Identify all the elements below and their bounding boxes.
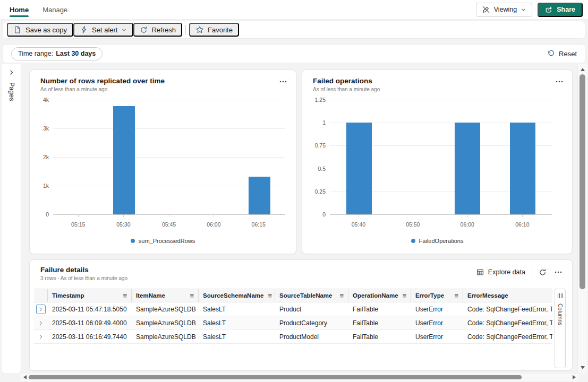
- column-header-itemname[interactable]: ItemName≡: [132, 289, 199, 302]
- table-more-options-icon[interactable]: [553, 268, 564, 276]
- scroll-left-arrow[interactable]: [23, 375, 27, 379]
- table-cell: Code: SqlChangeFeedError, Type:: [463, 333, 552, 341]
- column-menu-icon[interactable]: ≡: [335, 292, 344, 300]
- row-expander-button[interactable]: [36, 318, 46, 328]
- column-menu-icon[interactable]: ≡: [263, 292, 272, 300]
- more-options-icon[interactable]: [278, 77, 288, 86]
- undo-icon: [547, 50, 555, 58]
- table-row[interactable]: 2025-03-11 06:16:49.7440SampleAzureSQLDB…: [34, 330, 552, 344]
- explore-data-label: Explore data: [488, 268, 525, 276]
- column-header-operationname[interactable]: OperationName≡: [348, 289, 411, 302]
- alert-bolt-icon: [80, 25, 88, 34]
- actions-divider: [532, 267, 532, 277]
- column-label: SourceSchemaName: [203, 292, 263, 299]
- table-row[interactable]: 2025-03-11 06:09:49.4000SampleAzureSQLDB…: [34, 316, 552, 330]
- time-range-value: Last 30 days: [56, 50, 96, 57]
- tab-home[interactable]: Home: [10, 0, 29, 19]
- y-tick-label: 1k: [30, 183, 49, 189]
- explore-data-icon: [476, 268, 484, 276]
- x-tick-label: 05:30: [116, 221, 130, 228]
- x-tickmark: [522, 215, 523, 217]
- y-tick-label: 4k: [30, 97, 49, 103]
- time-range-prefix: Time range:: [18, 50, 53, 57]
- table-cell: SalesLT: [199, 333, 275, 341]
- set-alert-button[interactable]: Set alert: [73, 23, 133, 37]
- table-cell: ProductModel: [275, 333, 348, 341]
- x-tick-label: 05:45: [162, 221, 176, 228]
- refresh-button[interactable]: Refresh: [133, 23, 182, 37]
- pages-rail[interactable]: Pages: [2, 64, 21, 373]
- more-options-icon[interactable]: [554, 77, 565, 86]
- table-cell: Product: [275, 306, 348, 313]
- share-icon: [545, 6, 553, 14]
- chart-bar[interactable]: [510, 123, 535, 214]
- chart-bar[interactable]: [249, 177, 270, 214]
- x-axis: 05:1505:3005:4506:0006:15: [53, 214, 285, 231]
- viewing-dropdown[interactable]: Viewing: [476, 3, 533, 17]
- table-row[interactable]: 2025-03-11 05:47:18.5050SampleAzureSQLDB…: [34, 302, 552, 316]
- column-menu-icon[interactable]: ≡: [450, 292, 458, 300]
- time-range-pill[interactable]: Time range: Last 30 days: [11, 47, 103, 60]
- table-subtitle: 3 rows - As of less than a minute ago: [40, 275, 127, 281]
- command-toolbar: Save as copy Set alert Refresh Favorite: [2, 21, 586, 39]
- chart-subtitle: As of less than a minute ago: [30, 85, 296, 92]
- gridline: [53, 128, 285, 129]
- table-cell: 2025-03-11 05:47:18.5050: [48, 306, 132, 313]
- x-tick-label: 05:50: [406, 221, 420, 228]
- chart-bar[interactable]: [113, 106, 135, 214]
- vertical-scrollbar-thumb[interactable]: [580, 74, 585, 289]
- chevron-down-icon: [121, 27, 127, 33]
- reset-label: Reset: [559, 50, 577, 58]
- table-cell: SalesLT: [199, 306, 275, 313]
- viewing-label: Viewing: [494, 6, 517, 13]
- column-label: SourceTableName: [279, 292, 333, 299]
- tab-home-label: Home: [10, 6, 29, 14]
- scroll-up-arrow[interactable]: [581, 68, 585, 71]
- chart-bar[interactable]: [455, 123, 480, 214]
- explore-data-button[interactable]: Explore data: [476, 268, 525, 276]
- gridline: [330, 100, 552, 100]
- table-refresh-button[interactable]: [539, 268, 547, 276]
- column-menu-icon[interactable]: ≡: [118, 292, 127, 300]
- chart-card-rows-replicated: Number of rows replicated over time As o…: [29, 70, 296, 254]
- table-cell: UserError: [411, 306, 463, 313]
- scroll-right-arrow[interactable]: [573, 375, 576, 379]
- column-label: Timestamp: [52, 292, 84, 299]
- y-tick-label: 2k: [30, 154, 49, 160]
- column-header-sourceschemaname[interactable]: SourceSchemaName≡: [199, 289, 275, 302]
- chevron-right-icon[interactable]: [8, 69, 15, 76]
- favorite-button[interactable]: Favorite: [189, 23, 239, 37]
- reset-button[interactable]: Reset: [547, 50, 577, 58]
- columns-panel-toggle[interactable]: Columns: [555, 289, 566, 368]
- chart-bar[interactable]: [346, 123, 372, 214]
- share-label: Share: [557, 6, 575, 13]
- refresh-icon: [140, 26, 148, 34]
- y-tick-label: 0.75: [302, 142, 326, 149]
- column-header-timestamp[interactable]: Timestamp≡: [48, 289, 132, 302]
- column-header-errortype[interactable]: ErrorType≡: [411, 289, 463, 302]
- nav-tabs: Home Manage: [10, 0, 67, 19]
- save-as-copy-button[interactable]: Save as copy: [7, 23, 73, 37]
- row-expander-button[interactable]: [36, 332, 46, 342]
- table-cell: Code: SqlChangeFeedError, Type:: [463, 306, 552, 313]
- y-tick-label: 1.25: [302, 97, 326, 103]
- chart-title: Number of rows replicated over time: [30, 70, 296, 85]
- row-expander-button[interactable]: [36, 305, 46, 314]
- tab-manage[interactable]: Manage: [42, 0, 67, 19]
- share-button[interactable]: Share: [538, 3, 583, 17]
- column-label: OperationName: [353, 292, 398, 299]
- legend-dot: [131, 239, 135, 243]
- vertical-scrollbar[interactable]: [577, 64, 587, 373]
- column-header-sourcetablename[interactable]: SourceTableName≡: [275, 289, 348, 302]
- column-menu-icon[interactable]: ≡: [398, 292, 407, 300]
- horizontal-scrollbar[interactable]: [20, 374, 579, 381]
- column-label: ErrorType: [415, 292, 444, 299]
- x-tickmark: [78, 215, 79, 217]
- expander-column-header: [34, 289, 48, 302]
- horizontal-scrollbar-thumb[interactable]: [29, 375, 522, 379]
- scroll-down-arrow[interactable]: [581, 366, 585, 369]
- column-menu-icon[interactable]: ≡: [185, 292, 194, 300]
- column-header-errormessage[interactable]: ErrorMessage: [463, 289, 552, 302]
- legend-dot: [411, 239, 415, 243]
- table-title: Failure details: [40, 266, 127, 274]
